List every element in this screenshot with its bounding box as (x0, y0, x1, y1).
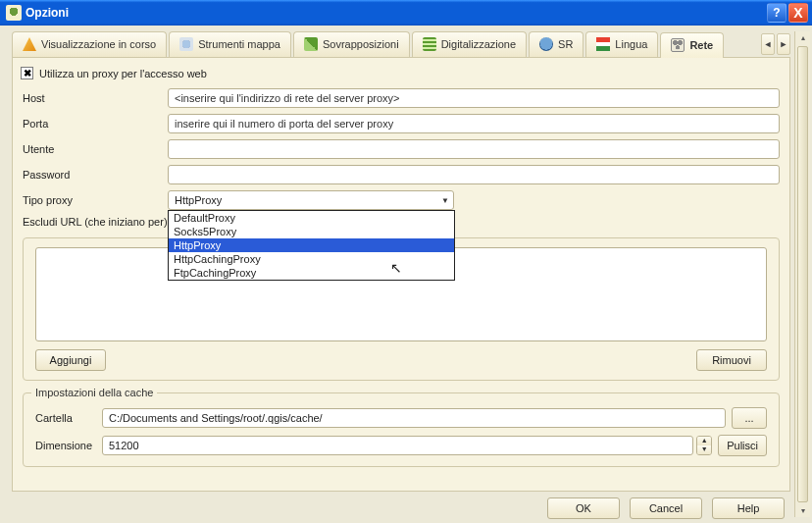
option-ftp-caching-proxy[interactable]: FtpCachingProxy (169, 266, 454, 280)
tab-label: Digitalizzazione (441, 38, 516, 50)
cancel-button[interactable]: Cancel (630, 497, 702, 519)
overlay-icon (304, 37, 318, 51)
cache-size-label: Dimensione (35, 440, 96, 451)
select-value: HttpProxy (175, 194, 222, 206)
tab-label: Lingua (615, 38, 647, 50)
scroll-down-icon[interactable]: ▾ (795, 504, 810, 517)
spin-down-icon[interactable]: ▼ (697, 445, 711, 454)
clear-cache-button[interactable]: Pulisci (718, 435, 767, 456)
proxy-type-dropdown: DefaultProxy Socks5Proxy HttpProxy HttpC… (168, 210, 455, 281)
cache-group-label: Impostazioni della cache (31, 387, 157, 398)
host-label: Host (23, 92, 168, 104)
tab-label: Sovrapposizioni (323, 38, 399, 50)
tab-strip: Visualizzazione in corso Strumenti mappa… (12, 31, 790, 57)
add-button[interactable]: Aggiungi (35, 349, 106, 371)
tab-label: Rete (689, 39, 713, 51)
tab-overlays[interactable]: Sovrapposizioni (293, 31, 410, 57)
chevron-down-icon: ▼ (441, 196, 449, 205)
globe-icon (539, 37, 553, 51)
tab-label: SR (558, 38, 573, 50)
host-input[interactable]: <inserire qui l'indirizzo di rete del se… (168, 88, 780, 108)
map-tools-icon (179, 37, 193, 51)
scroll-up-icon[interactable]: ▴ (795, 31, 810, 44)
tab-label: Visualizzazione in corso (41, 38, 156, 50)
option-socks5-proxy[interactable]: Socks5Proxy (169, 225, 454, 238)
tab-crs[interactable]: SR (529, 31, 584, 57)
tab-scroll-left-button[interactable]: ◄ (761, 33, 775, 55)
tab-scroll-right-button[interactable]: ► (777, 33, 790, 55)
tab-digitizing[interactable]: Digitalizzazione (412, 31, 527, 57)
user-input[interactable] (168, 139, 780, 159)
option-default-proxy[interactable]: DefaultProxy (169, 211, 454, 225)
cache-dir-label: Cartella (35, 412, 96, 424)
flag-icon (596, 37, 610, 51)
password-label: Password (23, 169, 168, 181)
help-button[interactable]: Help (712, 497, 785, 519)
password-input[interactable] (168, 165, 780, 184)
user-label: Utente (23, 143, 168, 155)
close-window-button[interactable]: X (788, 3, 808, 23)
app-icon (6, 5, 22, 21)
use-proxy-label: Utilizza un proxy per l'accesso web (39, 68, 207, 79)
network-icon (671, 38, 685, 52)
use-proxy-checkbox[interactable]: ✖ (21, 67, 33, 79)
remove-button[interactable]: Rimuovi (696, 349, 767, 371)
title-bar: Opzioni ? X (0, 0, 812, 26)
tab-visualization[interactable]: Visualizzazione in corso (12, 31, 167, 57)
browse-button[interactable]: ... (732, 407, 767, 429)
paintbrush-icon (23, 37, 36, 51)
cache-group: Impostazioni della cache Cartella C:/Doc… (23, 392, 780, 467)
exclude-url-label: Escludi URL (che iniziano per) (23, 216, 168, 228)
proxy-type-label: Tipo proxy (23, 194, 168, 206)
port-label: Porta (23, 118, 168, 130)
scrollbar-thumb[interactable] (797, 46, 808, 502)
tab-language[interactable]: Lingua (585, 31, 658, 57)
digitize-icon (423, 37, 436, 51)
window-title: Opzioni (25, 6, 765, 20)
spin-up-icon[interactable]: ▲ (697, 437, 711, 445)
cache-size-spinner[interactable]: ▲▼ (696, 436, 712, 455)
port-input[interactable]: inserire qui il numero di porta del serv… (168, 114, 780, 133)
ok-button[interactable]: OK (547, 497, 620, 519)
tab-map-tools[interactable]: Strumenti mappa (169, 31, 291, 57)
proxy-type-select[interactable]: HttpProxy ▼ DefaultProxy Socks5Proxy Htt… (168, 190, 454, 210)
dialog-buttons: OK Cancel Help (0, 492, 794, 523)
cache-size-input[interactable]: 51200 (102, 436, 693, 455)
vertical-scrollbar[interactable]: ▴ ▾ (794, 31, 810, 517)
option-http-caching-proxy[interactable]: HttpCachingProxy (169, 252, 454, 266)
tab-network[interactable]: Rete (660, 32, 724, 58)
help-window-button[interactable]: ? (767, 3, 787, 23)
option-http-proxy[interactable]: HttpProxy (169, 238, 454, 252)
cache-dir-input[interactable]: C:/Documents and Settings/root/.qgis/cac… (102, 408, 726, 428)
tab-label: Strumenti mappa (198, 38, 280, 50)
network-panel: ✖ Utilizza un proxy per l'accesso web Ho… (12, 57, 790, 492)
